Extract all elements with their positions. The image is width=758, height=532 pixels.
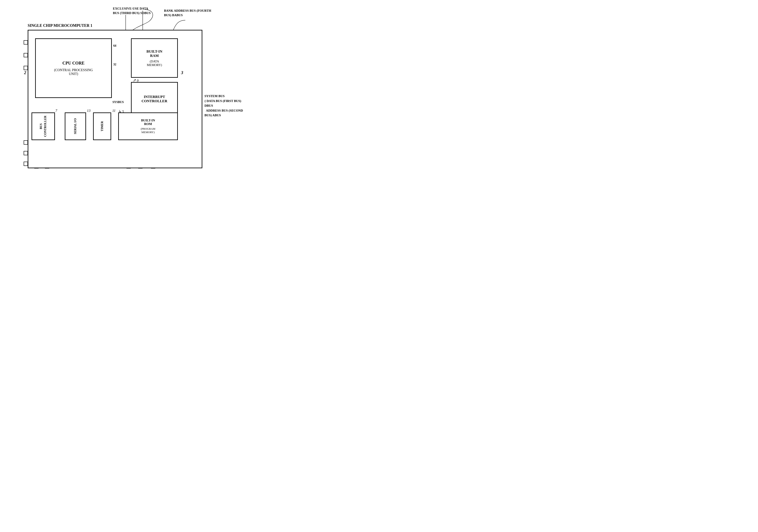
rom-title-line2: ROM <box>144 122 152 126</box>
exclusive-bus-label: EXCLUSIVE-USE DATABUS (THIRD BUS) SDBUS <box>113 6 151 15</box>
ref-num-9: ↱ 9 <box>133 78 139 83</box>
pin-left-6 <box>24 162 28 166</box>
ref-num-11: 11 <box>112 109 116 113</box>
pin-left-1 <box>24 41 28 44</box>
rom-title-line3: (PROGRAM <box>141 127 155 131</box>
timer-title: TIMER <box>100 121 104 131</box>
diagram-container: SINGLE CHIP MICROCOMPUTER 1 2 CPU CORE (… <box>11 4 245 175</box>
cpu-core-block: CPU CORE (CONTRAL PROCESSING UNIT) <box>35 38 112 98</box>
ref-num-5: ↳ 5 <box>118 109 124 114</box>
interrupt-title-line1: INTERRUPT <box>144 95 165 99</box>
cpu-title-line1: CPU CORE <box>62 61 85 66</box>
ram-title-line4: MEMORY) <box>147 63 162 67</box>
ram-block: BUILT-IN RAM (DATA MEMORY) <box>131 38 178 78</box>
ref-num-7: 7 <box>55 109 57 113</box>
system-bus-label: SYSTEM BUS{ DATA BUS (FIRST BUS) DBUS AD… <box>204 94 245 118</box>
chip-label: SINGLE CHIP MICROCOMPUTER 1 <box>28 23 92 28</box>
interrupt-title-line2: CONTROLLER <box>142 99 167 103</box>
ram-title-line1: BUILT-IN <box>147 50 162 54</box>
ref-num-2: 2 <box>24 70 26 75</box>
pin-left-3 <box>24 66 28 70</box>
bus-width-32: 32 <box>113 63 116 66</box>
sysbus-label: SYSBUS <box>113 101 124 104</box>
serial-io-block: SERIAL I/O <box>65 113 86 140</box>
rom-block: BUILT-IN ROM (PROGRAM MEMORY) <box>118 113 178 140</box>
ram-title-line2: RAM <box>150 54 159 58</box>
ram-title-line3: (DATA <box>150 60 159 63</box>
rom-title-line1: BUILT-IN <box>141 118 155 122</box>
pin-left-2 <box>24 53 28 57</box>
bus-controller-block: BUSCONTROLLER <box>31 113 55 140</box>
interrupt-block: INTERRUPT CONTROLLER <box>131 82 178 116</box>
serial-title: SERIAL I/O <box>73 118 78 134</box>
pin-left-4 <box>24 141 28 145</box>
cpu-title-line2: (CONTRAL PROCESSING <box>54 68 93 72</box>
bus-ctrl-title: BUSCONTROLLER <box>39 116 47 137</box>
ref-num-3: 3 <box>181 70 183 75</box>
timer-block: TIMER <box>93 113 111 140</box>
pin-left-5 <box>24 151 28 155</box>
bank-address-bus-label: BANK ADDRESS BUS (FOURTHBUS) BABUS <box>164 9 211 17</box>
bus-width-64: 64 <box>113 44 116 48</box>
ref-num-13: 13 <box>87 109 90 113</box>
cpu-title-line3: UNIT) <box>69 72 78 76</box>
rom-title-line4: MEMORY) <box>141 131 155 134</box>
